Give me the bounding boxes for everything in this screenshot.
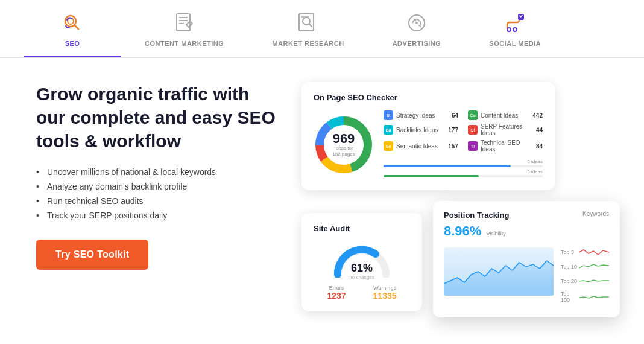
technical-badge: T! [468, 141, 478, 151]
idea-semantic: Se Semantic Ideas 157 [384, 139, 458, 153]
audit-stats: Errors 1237 Warnings 11335 [314, 285, 410, 301]
tab-social-media-label: SOCIAL MEDIA [489, 40, 541, 47]
position-tracking-card: Position Tracking Keywords 8.96% Visibil… [433, 201, 620, 317]
kw-top20-label: Top 20 [561, 278, 577, 284]
idea-backlinks: Ba Backlinks Ideas 177 [384, 123, 458, 136]
tab-content-marketing[interactable]: CONTENT MARKETING [121, 0, 248, 57]
semantic-count: 157 [448, 143, 458, 150]
site-audit-title: Site Audit [314, 224, 410, 233]
idea-strategy: SI Strategy Ideas 64 [384, 110, 458, 120]
backlinks-count: 177 [448, 127, 458, 133]
kw-top20: Top 20 [561, 276, 609, 286]
tab-content-marketing-label: CONTENT MARKETING [145, 40, 224, 47]
svg-point-17 [513, 28, 517, 31]
semantic-name: Semantic Ideas [396, 143, 445, 150]
feature-item-4: Track your SERP positions daily [36, 208, 277, 223]
kw-top10-label: Top 10 [561, 264, 577, 270]
nav-tabs: SEO CONTENT MARKETING MARKET RESEARCH [0, 0, 644, 58]
market-research-icon [296, 11, 320, 35]
pos-chart-area: Top 3 Top 10 Top 20 [444, 247, 609, 308]
feature-item-3: Run technical SEO audits [36, 194, 277, 208]
tab-advertising[interactable]: ADVERTISING [368, 0, 466, 57]
donut-center: 969 Ideas for182 pages [332, 132, 355, 157]
widgets-right: On Page SEO Checker [301, 82, 608, 311]
warnings-label: Warnings [373, 285, 397, 291]
tab-seo-label: SEO [65, 40, 80, 47]
serp-count: 44 [536, 127, 543, 133]
svg-line-2 [75, 25, 79, 30]
svg-point-14 [415, 22, 418, 24]
keywords-column: Top 3 Top 10 Top 20 [561, 247, 609, 308]
tab-social-media[interactable]: SOCIAL MEDIA [465, 0, 565, 57]
content-count: 442 [532, 112, 543, 119]
main-chart [444, 247, 554, 296]
prog-label-2: 5 ideas [384, 169, 543, 174]
gauge-center: 61% no changes [349, 262, 374, 280]
gauge-sub-label: no changes [349, 275, 374, 280]
idea-serp: S! SERP Features Ideas 44 [468, 123, 543, 136]
tab-seo[interactable]: SEO [24, 0, 121, 57]
backlinks-badge: Ba [384, 125, 393, 135]
seo-icon [60, 11, 84, 35]
visibility-value: 8.96% [444, 223, 481, 239]
tab-market-research-label: MARKET RESEARCH [272, 40, 344, 47]
main-content: Grow organic traffic with our complete a… [0, 58, 644, 330]
kw-top3: Top 3 [561, 247, 609, 257]
prog-label-1: 6 ideas [384, 159, 543, 164]
kw-top3-label: Top 3 [561, 249, 574, 255]
hero-left: Grow organic traffic with our complete a… [36, 82, 277, 270]
serp-badge: S! [468, 125, 478, 135]
content-name: Content Ideas [481, 112, 529, 119]
backlinks-name: Backlinks Ideas [396, 127, 445, 133]
hero-headline: Grow organic traffic with our complete a… [36, 82, 277, 153]
ideas-section: SI Strategy Ideas 64 Co Content Ideas 44… [384, 110, 543, 179]
svg-point-16 [507, 28, 511, 31]
content-marketing-icon [172, 11, 197, 35]
strategy-badge: SI [384, 110, 393, 120]
errors-value: 1237 [327, 291, 346, 301]
site-audit-card: Site Audit 61% no changes Errors 1237 [301, 213, 422, 311]
errors-label: Errors [327, 285, 346, 291]
gauge-percentage: 61% [349, 262, 374, 275]
cta-button[interactable]: Try SEO Toolkit [36, 240, 148, 270]
pos-title: Position Tracking [444, 211, 509, 220]
donut-number: 969 [332, 132, 355, 145]
strategy-name: Strategy Ideas [396, 112, 449, 119]
advertising-icon [405, 11, 429, 35]
donut-label: Ideas for182 pages [332, 145, 355, 157]
pos-header: Position Tracking Keywords [444, 211, 609, 220]
kw-top100-label: Top 100 [561, 291, 579, 303]
svg-rect-7 [299, 14, 314, 31]
warnings-value: 11335 [373, 291, 397, 301]
feature-item-1: Uncover millions of national & local key… [36, 165, 277, 179]
idea-content: Co Content Ideas 442 [468, 110, 543, 120]
ideas-grid: SI Strategy Ideas 64 Co Content Ideas 44… [384, 110, 543, 153]
errors-stat: Errors 1237 [327, 285, 346, 301]
progress-bar-1: 6 ideas [384, 159, 543, 167]
technical-name: Technical SEO Ideas [481, 139, 533, 153]
feature-list: Uncover millions of national & local key… [36, 165, 277, 223]
donut-chart: 969 Ideas for182 pages [314, 115, 374, 175]
pos-keywords-label: Keywords [582, 211, 609, 220]
serp-name: SERP Features Ideas [481, 123, 533, 136]
content-badge: Co [468, 110, 478, 120]
tab-advertising-label: ADVERTISING [393, 40, 441, 47]
technical-count: 84 [536, 143, 543, 150]
seo-checker-card: On Page SEO Checker [301, 82, 555, 190]
progress-bar-2: 5 ideas [384, 169, 543, 177]
seo-checker-content: 969 Ideas for182 pages SI Strategy Ideas… [314, 110, 543, 179]
tab-market-research[interactable]: MARKET RESEARCH [248, 0, 368, 57]
idea-technical: T! Technical SEO Ideas 84 [468, 139, 543, 153]
social-media-icon [503, 11, 527, 35]
feature-item-2: Analyze any domain's backlink profile [36, 179, 277, 194]
warnings-stat: Warnings 11335 [373, 285, 397, 301]
seo-checker-title: On Page SEO Checker [314, 93, 543, 102]
progress-bars: 6 ideas 5 ideas [384, 159, 543, 177]
svg-point-8 [303, 18, 310, 25]
svg-line-9 [309, 24, 312, 27]
gauge-chart: 61% no changes [332, 241, 392, 280]
semantic-badge: Se [384, 141, 393, 151]
strategy-count: 64 [452, 112, 458, 119]
kw-top100: Top 100 [561, 291, 609, 303]
visibility-label: Visibility [486, 231, 505, 237]
